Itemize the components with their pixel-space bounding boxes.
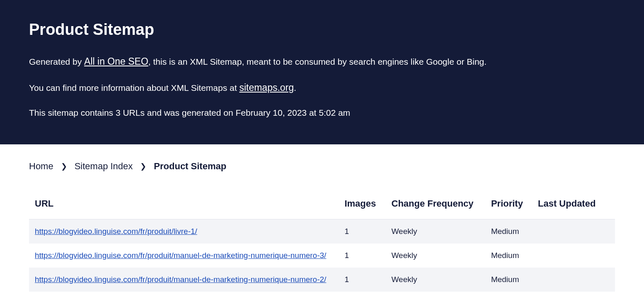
breadcrumb-index[interactable]: Sitemap Index	[75, 161, 133, 172]
cell-updated	[533, 244, 615, 268]
cell-url: https://blogvideo.linguise.com/fr/produi…	[29, 244, 339, 268]
sitemap-url-link[interactable]: https://blogvideo.linguise.com/fr/produi…	[35, 275, 326, 284]
cell-url: https://blogvideo.linguise.com/fr/produi…	[29, 219, 339, 244]
table-row: https://blogvideo.linguise.com/fr/produi…	[29, 244, 615, 268]
breadcrumb-current: Product Sitemap	[154, 161, 226, 172]
cell-priority: Medium	[486, 244, 533, 268]
header-line-2-suffix: .	[294, 83, 296, 93]
th-updated: Last Updated	[533, 192, 615, 219]
page-title: Product Sitemap	[29, 21, 615, 39]
table-row: https://blogvideo.linguise.com/fr/produi…	[29, 268, 615, 292]
header-line-1-prefix: Generated by	[29, 57, 84, 66]
cell-freq: Weekly	[387, 268, 486, 292]
th-freq: Change Frequency	[387, 192, 486, 219]
page-header: Product Sitemap Generated by All in One …	[0, 0, 644, 144]
cell-updated	[533, 268, 615, 292]
header-line-2: You can find more information about XML …	[29, 80, 615, 95]
th-url: URL	[29, 192, 339, 219]
header-line-2-prefix: You can find more information about XML …	[29, 83, 239, 93]
cell-freq: Weekly	[387, 219, 486, 244]
cell-images: 1	[339, 268, 386, 292]
cell-updated	[533, 219, 615, 244]
chevron-right-icon: ❯	[140, 162, 146, 171]
sitemap-table: URL Images Change Frequency Priority Las…	[29, 192, 615, 292]
header-line-1: Generated by All in One SEO, this is an …	[29, 54, 615, 69]
breadcrumb-home[interactable]: Home	[29, 161, 53, 172]
sitemap-url-link[interactable]: https://blogvideo.linguise.com/fr/produi…	[35, 251, 326, 260]
chevron-right-icon: ❯	[61, 162, 67, 171]
sitemap-url-link[interactable]: https://blogvideo.linguise.com/fr/produi…	[35, 227, 197, 236]
th-priority: Priority	[486, 192, 533, 219]
cell-images: 1	[339, 219, 386, 244]
th-images: Images	[339, 192, 386, 219]
cell-url: https://blogvideo.linguise.com/fr/produi…	[29, 268, 339, 292]
breadcrumb: Home ❯ Sitemap Index ❯ Product Sitemap	[29, 161, 615, 172]
table-row: https://blogvideo.linguise.com/fr/produi…	[29, 219, 615, 244]
page-content: Home ❯ Sitemap Index ❯ Product Sitemap U…	[0, 144, 644, 302]
sitemaps-org-link[interactable]: sitemaps.org	[239, 82, 294, 93]
cell-priority: Medium	[486, 268, 533, 292]
cell-images: 1	[339, 244, 386, 268]
cell-priority: Medium	[486, 219, 533, 244]
header-line-3: This sitemap contains 3 URLs and was gen…	[29, 106, 615, 119]
header-line-1-suffix: , this is an XML Sitemap, meant to be co…	[148, 57, 487, 66]
aioseo-link[interactable]: All in One SEO	[84, 56, 148, 67]
cell-freq: Weekly	[387, 244, 486, 268]
